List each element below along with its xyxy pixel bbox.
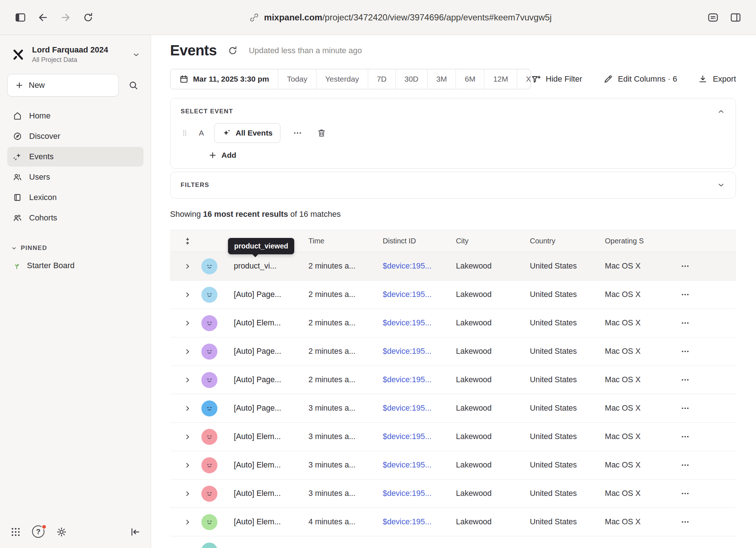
table-row[interactable]: [Auto] Page... 2 minutes a... $device:19… — [170, 366, 736, 394]
collapse-panel-button[interactable] — [717, 107, 725, 116]
table-row[interactable]: [Auto] Elem... 3 minutes a... $device:19… — [170, 451, 736, 480]
range-12m-button[interactable]: 12M — [484, 69, 517, 89]
avatar-cell — [197, 372, 221, 388]
expand-row-button[interactable] — [170, 263, 197, 270]
distinct-id-link[interactable]: $device:195... — [383, 290, 456, 299]
range-30d-button[interactable]: 30D — [395, 69, 428, 89]
sidebar-item-discover[interactable]: Discover — [7, 126, 143, 146]
sidebar-toggle-button[interactable] — [11, 8, 30, 27]
page-settings-button[interactable] — [704, 8, 722, 27]
sidebar-item-cohorts[interactable]: Cohorts — [7, 208, 143, 228]
table-row[interactable]: [Auto] Page... 3 minutes a... $device:19… — [170, 394, 736, 423]
collapse-rows-button[interactable] — [170, 237, 197, 246]
range-today-button[interactable]: Today — [278, 69, 316, 89]
expand-row-button[interactable] — [170, 490, 197, 497]
delete-event-button[interactable] — [315, 126, 328, 140]
expand-row-button[interactable] — [170, 348, 197, 355]
expand-row-button[interactable] — [170, 547, 197, 548]
expand-row-button[interactable] — [170, 462, 197, 469]
expand-row-button[interactable] — [170, 433, 197, 441]
event-selector-pill[interactable]: All Events — [214, 123, 280, 143]
expand-row-button[interactable] — [170, 518, 197, 526]
export-button[interactable]: Export — [698, 74, 736, 84]
distinct-id-link[interactable]: $device:195... — [383, 461, 456, 470]
row-actions-button[interactable] — [663, 546, 736, 548]
reload-button[interactable] — [79, 8, 98, 27]
sidebar-item-lexicon[interactable]: Lexicon — [7, 188, 143, 207]
refresh-button[interactable] — [228, 46, 238, 56]
header-time: Time — [308, 237, 383, 245]
expand-filters-button[interactable] — [717, 181, 725, 189]
row-actions-button[interactable] — [663, 290, 736, 299]
range-xtd-button[interactable]: XTD — [517, 69, 531, 89]
new-button[interactable]: New — [7, 74, 119, 97]
filters-title: FILTERS — [181, 181, 209, 189]
time-cell: 3 minutes a... — [308, 489, 383, 498]
event-options-button[interactable] — [291, 126, 304, 140]
split-view-button[interactable] — [726, 8, 745, 27]
table-row[interactable]: [Auto] Elem... 3 minutes a... $device:19… — [170, 480, 736, 508]
sidebar-search-button[interactable] — [123, 75, 143, 95]
range-7d-button[interactable]: 7D — [368, 69, 395, 89]
expand-row-button[interactable] — [170, 405, 197, 412]
help-button[interactable]: ? — [32, 525, 45, 539]
distinct-id-link[interactable]: $device:195... — [383, 404, 456, 413]
range-yesterday-button[interactable]: Yesterday — [316, 69, 368, 89]
row-actions-button[interactable] — [663, 404, 736, 413]
range-3m-button[interactable]: 3M — [427, 69, 456, 89]
distinct-id-link[interactable]: $device:195... — [383, 517, 456, 527]
distinct-id-link[interactable]: $device:195... — [383, 318, 456, 328]
add-event-button[interactable]: Add — [208, 151, 236, 160]
date-picker-button[interactable]: Mar 11, 2025 3:30 pm — [170, 69, 278, 89]
row-actions-button[interactable] — [663, 517, 736, 527]
event-name-cell: product_vi... — [221, 262, 308, 271]
sidebar-item-users[interactable]: Users — [7, 167, 143, 187]
collapse-sidebar-button[interactable] — [130, 527, 141, 537]
sidebar-item-label: Discover — [29, 132, 60, 141]
city-cell: Lakewood — [456, 318, 530, 328]
table-row[interactable]: [Auto] Elem... 3 minutes a... $device:19… — [170, 423, 736, 451]
row-actions-button[interactable] — [663, 375, 736, 384]
avatar-cell — [197, 514, 221, 530]
expand-row-button[interactable] — [170, 320, 197, 327]
table-row[interactable]: [Auto] Page... 2 minutes a... $device:19… — [170, 281, 736, 309]
sidebar-item-label: Cohorts — [29, 213, 57, 223]
expand-row-button[interactable] — [170, 291, 197, 298]
distinct-id-link[interactable]: $device:195... — [383, 375, 456, 384]
sidebar-item-home[interactable]: Home — [7, 106, 143, 126]
table-row[interactable]: [Auto] Page... 2 minutes a... $device:19… — [170, 337, 736, 366]
project-switcher[interactable]: Lord Farquaad 2024 All Project Data — [7, 43, 143, 66]
pinned-section-header[interactable]: PINNED — [7, 244, 143, 252]
edit-columns-button[interactable]: Edit Columns · 6 — [603, 74, 677, 84]
row-actions-button[interactable] — [663, 461, 736, 470]
expand-row-button[interactable] — [170, 376, 197, 384]
apps-grid-button[interactable] — [10, 527, 21, 537]
row-actions-button[interactable] — [663, 432, 736, 441]
row-actions-button[interactable] — [663, 318, 736, 328]
reload-icon — [83, 12, 94, 23]
table-row[interactable]: [Auto] Elem... 4 minutes a... $device:19… — [170, 508, 736, 536]
row-actions-button[interactable] — [663, 347, 736, 356]
sidebar-item-starter-board[interactable]: Starter Board — [7, 256, 143, 275]
row-actions-button[interactable] — [663, 489, 736, 498]
sidebar-item-events[interactable]: Events — [7, 147, 143, 167]
table-row[interactable] — [170, 536, 736, 548]
chevron-right-icon — [184, 518, 191, 526]
hide-filter-button[interactable]: Hide Filter — [531, 74, 582, 84]
range-6m-button[interactable]: 6M — [456, 69, 484, 89]
distinct-id-link[interactable]: $device:195... — [383, 432, 456, 441]
event-row-letter: A — [199, 129, 204, 137]
row-actions-button[interactable] — [663, 262, 736, 271]
forward-button[interactable] — [56, 8, 75, 27]
distinct-id-link[interactable]: $device:195... — [383, 489, 456, 498]
avatar — [201, 315, 217, 331]
table-row[interactable]: [Auto] Elem... 2 minutes a... $device:19… — [170, 309, 736, 337]
distinct-id-link[interactable]: $device:195... — [383, 347, 456, 356]
cohorts-icon — [12, 213, 23, 223]
distinct-id-link[interactable]: $device:195... — [383, 262, 456, 271]
address-bar[interactable]: mixpanel.com/project/3472420/view/397469… — [101, 12, 700, 23]
settings-button[interactable] — [56, 527, 67, 537]
gear-icon — [56, 527, 67, 537]
back-button[interactable] — [34, 8, 52, 27]
drag-handle-icon[interactable] — [181, 129, 189, 137]
